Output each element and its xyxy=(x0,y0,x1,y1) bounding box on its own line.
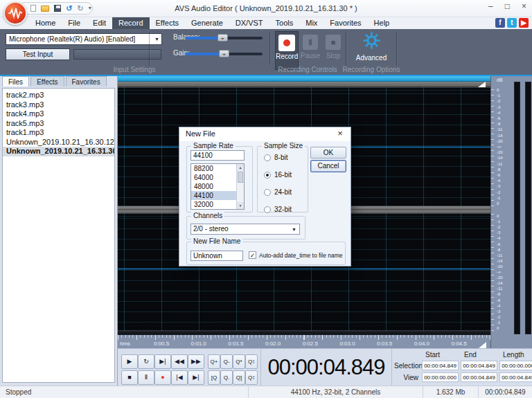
rewind-button[interactable]: ◀◀ xyxy=(171,354,188,369)
twitter-icon[interactable]: t xyxy=(507,18,517,28)
file-item[interactable]: track1.mp3 xyxy=(3,128,114,138)
sample-size-option-24-bit[interactable]: 24-bit xyxy=(264,188,292,196)
quick-access-menu-icon[interactable]: ▾ xyxy=(89,4,91,12)
radio-icon[interactable] xyxy=(264,154,271,161)
menu-tab-generate[interactable]: Generate xyxy=(185,17,229,29)
menu-tab-help[interactable]: Help xyxy=(368,17,396,29)
zoom-100-button[interactable]: Q* xyxy=(233,354,245,369)
repeat-button[interactable]: ↻ xyxy=(138,354,154,369)
scroll-up-icon[interactable]: ▲ xyxy=(237,164,244,171)
go-to-end-button[interactable]: ▶| xyxy=(188,370,204,385)
play-button[interactable]: ▶ xyxy=(121,354,138,369)
record-button[interactable]: Record xyxy=(275,31,299,70)
sidebar-tab-files[interactable]: Files xyxy=(2,76,29,87)
recording-controls-group-label: Recording Controls xyxy=(270,66,345,73)
save-icon[interactable] xyxy=(54,5,61,12)
sample-rate-option[interactable]: 44100 xyxy=(191,191,236,200)
input-device-select[interactable]: Microphone (Realtek(R) Audio) [Enabled] … xyxy=(6,33,162,45)
db-scale-label: -4 xyxy=(497,111,500,115)
file-item[interactable]: Unknown_2019.10.21_16.31.30 * xyxy=(3,147,114,156)
sample-rate-input[interactable]: 44100 xyxy=(190,150,245,161)
sidebar-tab-effects[interactable]: Effects xyxy=(30,76,64,87)
sample-rate-option[interactable]: 48000 xyxy=(191,182,236,191)
pause-button[interactable]: Ⅱ xyxy=(138,370,154,385)
record-button[interactable]: ● xyxy=(154,370,171,385)
sample-rate-option[interactable]: 64000 xyxy=(191,173,236,182)
zoom-in-button[interactable]: Q+ xyxy=(208,354,220,369)
menu-tab-dx-vst[interactable]: DX/VST xyxy=(229,17,269,29)
redo-icon[interactable]: ↻ xyxy=(77,4,83,12)
balance-slider[interactable]: ◂▸ xyxy=(185,37,263,39)
pause-button[interactable]: Ⅱ Pause xyxy=(300,31,321,60)
db-scale-label: -20 xyxy=(497,275,503,280)
app-window: ↺↻▾ AVS Audio Editor ( Unknown_2019.10.2… xyxy=(0,0,532,398)
time-value-cell: 00:00:04.849 xyxy=(499,372,532,382)
menu-tab-mix[interactable]: Mix xyxy=(299,17,323,29)
ruler-major-ticks xyxy=(118,335,490,340)
menu-tab-tools[interactable]: Tools xyxy=(269,17,300,29)
open-folder-icon[interactable] xyxy=(41,6,49,12)
vertical-zoom-out-button[interactable]: Q↕ xyxy=(245,370,258,385)
balance-slider-thumb[interactable]: ◂▸ xyxy=(218,34,228,42)
zoom-selection-start-button[interactable]: [Q xyxy=(208,370,220,385)
db-scale-label: -1 xyxy=(497,219,500,224)
dialog-close-icon[interactable]: × xyxy=(330,127,351,141)
file-item[interactable]: track4.mp3 xyxy=(3,109,114,119)
overview-scroll-bar[interactable] xyxy=(118,76,490,82)
scroll-down-icon[interactable]: ▼ xyxy=(237,202,244,209)
sample-size-option-8-bit[interactable]: 8-bit xyxy=(264,154,287,161)
menu-tab-favorites[interactable]: Favorites xyxy=(323,17,367,29)
ribbon-divider xyxy=(346,32,346,65)
facebook-icon[interactable]: f xyxy=(495,18,505,28)
zoom-selection-end-button[interactable]: Q] xyxy=(233,370,245,385)
go-to-start-button[interactable]: |◀ xyxy=(171,370,188,385)
minimize-button[interactable]: – xyxy=(488,1,493,11)
menu-tab-edit[interactable]: Edit xyxy=(87,17,112,29)
sample-rate-scrollbar[interactable]: ▲ ▼ xyxy=(236,164,244,209)
file-item[interactable]: track2.mp3 xyxy=(3,91,114,100)
stop-button[interactable]: ■ Stop xyxy=(323,31,344,60)
db-scale-label: -2 xyxy=(497,190,500,195)
waveform-scroll-strip[interactable] xyxy=(118,82,490,87)
new-document-icon[interactable] xyxy=(30,5,36,12)
test-input-button[interactable]: Test Input xyxy=(6,48,70,60)
time-ruler[interactable]: hms 0:00.50:01.00:01.50:02.00:02.50:03.0… xyxy=(118,335,490,348)
radio-icon[interactable] xyxy=(264,189,271,196)
vertical-zoom-in-button[interactable]: Q↕ xyxy=(245,354,258,369)
ok-button[interactable]: OK xyxy=(310,147,346,159)
menu-tab-file[interactable]: File xyxy=(62,17,87,29)
fast-forward-button[interactable]: ▶▶ xyxy=(188,354,204,369)
sample-rate-option[interactable]: 32000 xyxy=(191,200,236,209)
auto-add-datetime-checkbox[interactable]: ✓ xyxy=(249,251,256,259)
play-to-end-button[interactable]: ▶| xyxy=(154,354,171,369)
gain-slider-thumb[interactable]: ◂▸ xyxy=(219,50,229,57)
radio-icon[interactable] xyxy=(264,172,271,179)
sidebar-tab-favorites[interactable]: Favorites xyxy=(66,76,107,87)
db-scale-label: -1 xyxy=(497,93,500,98)
undo-icon[interactable]: ↺ xyxy=(66,4,72,12)
file-name-input[interactable]: Unknown xyxy=(190,251,243,261)
cancel-button[interactable]: Cancel xyxy=(310,160,346,172)
youtube-icon[interactable]: ▶ xyxy=(519,18,529,28)
menu-tab-record[interactable]: Record xyxy=(112,17,149,29)
sample-size-option-32-bit[interactable]: 32-bit xyxy=(264,206,292,213)
file-item[interactable]: Unknown_2019.10.21_16.30.12 * xyxy=(3,138,114,147)
zoom-out-button[interactable]: Q- xyxy=(220,354,233,369)
scrollbar-thumb[interactable] xyxy=(238,172,243,183)
channels-select[interactable]: 2/0 - stereo ▼ xyxy=(190,224,300,235)
menu-tab-effects[interactable]: Effects xyxy=(150,17,185,29)
file-item[interactable]: track5.mp3 xyxy=(3,119,114,129)
zoom-full-button[interactable]: Q. xyxy=(220,370,233,385)
radio-icon[interactable] xyxy=(264,206,271,213)
stop-button[interactable]: ■ xyxy=(121,370,138,385)
gain-slider[interactable]: ◂▸ xyxy=(185,53,263,55)
close-button[interactable]: × xyxy=(522,1,526,11)
file-item[interactable]: track3.mp3 xyxy=(3,100,114,110)
maximize-button[interactable]: □ xyxy=(505,1,510,11)
sample-rate-option[interactable]: 88200 xyxy=(191,164,236,173)
sample-size-option-16-bit[interactable]: 16-bit xyxy=(264,171,292,179)
sample-rate-list[interactable]: 8820064000480004410032000 ▲ ▼ xyxy=(190,163,245,210)
advanced-button[interactable]: Advanced xyxy=(350,31,393,62)
menu-tab-home[interactable]: Home xyxy=(29,17,62,29)
level-meter-right xyxy=(525,82,531,334)
